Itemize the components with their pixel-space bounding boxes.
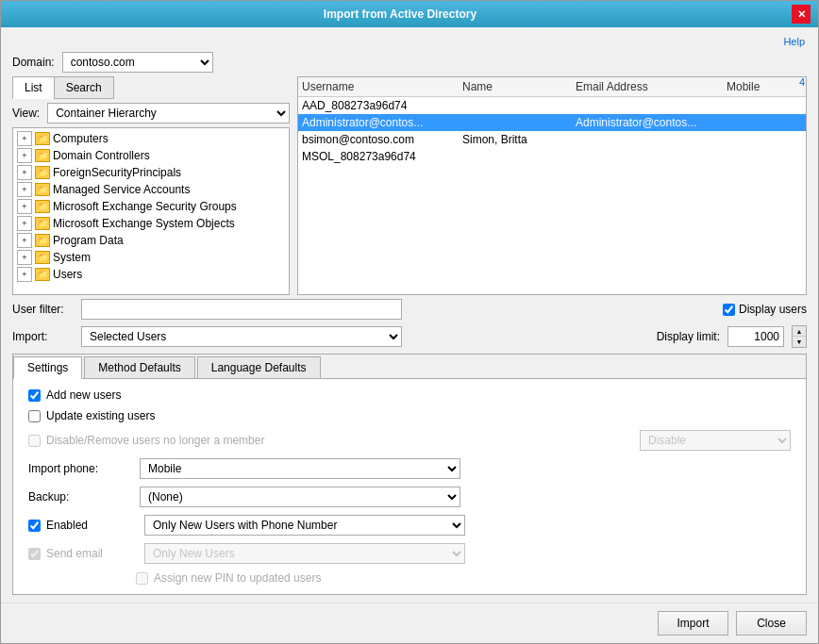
tree-item-msa[interactable]: + 📁 Managed Service Accounts (13, 181, 289, 198)
add-new-users-checkbox[interactable] (28, 389, 41, 402)
user-table-header: Username Name Email Address Mobile (298, 77, 806, 97)
tree-expander-msa[interactable]: + (17, 182, 32, 197)
backup-select[interactable]: (None) (140, 487, 460, 507)
filter-input[interactable] (81, 299, 402, 320)
filter-row: User filter: Display users (12, 299, 807, 320)
user-name-msol (462, 150, 576, 163)
col-mobile: Mobile (727, 80, 802, 93)
dialog: Import from Active Directory ✕ Help Doma… (0, 0, 819, 644)
list-search-tabs: List Search (12, 76, 290, 99)
assign-pin-row: Assign new PIN to updated users (28, 571, 791, 585)
import-row: Import: Selected Users Display limit: ▲ … (12, 325, 807, 348)
content-area: Help Domain: contoso.com List Search Vie… (1, 27, 818, 603)
tree-label-msa: Managed Service Accounts (53, 183, 190, 196)
folder-icon-computers: 📁 (35, 132, 50, 145)
add-new-users-row: Add new users (28, 388, 791, 402)
settings-tab-method[interactable]: Method Defaults (84, 356, 194, 378)
right-panel-wrapper: Username Name Email Address Mobile AAD_8… (297, 76, 807, 295)
tree-expander-users[interactable]: + (17, 267, 32, 282)
update-existing-checkbox[interactable] (28, 410, 41, 422)
close-button[interactable]: Close (736, 611, 807, 636)
tree-expander-meso[interactable]: + (17, 216, 32, 231)
user-table-panel: Username Name Email Address Mobile AAD_8… (297, 76, 807, 295)
user-email-bsimon (576, 133, 727, 146)
folder-icon-fsp: 📁 (35, 166, 50, 179)
user-name-aad (462, 99, 576, 112)
user-row-msol[interactable]: MSOL_808273a96d74 (298, 148, 806, 165)
dialog-title: Import from Active Directory (8, 8, 792, 21)
settings-tab-language[interactable]: Language Defaults (197, 356, 321, 378)
send-email-row: Send email Only New Users (28, 543, 791, 564)
tree-expander-computers[interactable]: + (17, 131, 32, 146)
user-name-admin (462, 116, 576, 129)
folder-icon-meso: 📁 (35, 217, 50, 230)
main-area: List Search View: Container Hierarchy + … (12, 76, 807, 295)
spinner-up[interactable]: ▲ (793, 326, 806, 337)
enabled-label: Enabled (46, 519, 139, 532)
help-link[interactable]: Help (783, 36, 807, 47)
spinner: ▲ ▼ (792, 325, 807, 348)
tree-expander-dc[interactable]: + (17, 148, 32, 163)
user-username-msol: MSOL_808273a96d74 (302, 150, 462, 163)
tree-item-system[interactable]: + 📁 System (13, 249, 289, 266)
user-row-aad[interactable]: AAD_808273a96d74 (298, 97, 806, 114)
help-link-container: Help (12, 35, 807, 48)
tree-label-system: System (53, 251, 91, 264)
user-email-msol (576, 150, 727, 163)
tab-list[interactable]: List (12, 76, 54, 99)
send-email-checkbox (28, 548, 41, 560)
settings-tab-settings[interactable]: Settings (13, 356, 82, 379)
add-new-users-label: Add new users (46, 388, 121, 402)
import-button[interactable]: Import (658, 611, 728, 636)
tree-expander-pd[interactable]: + (17, 233, 32, 248)
display-users-checkbox[interactable] (723, 304, 735, 316)
enabled-select[interactable]: Only New Users with Phone Number (144, 515, 465, 536)
tree-item-pd[interactable]: + 📁 Program Data (13, 232, 289, 249)
import-phone-row: Import phone: Mobile (28, 458, 791, 479)
tree-expander-fsp[interactable]: + (17, 165, 32, 180)
view-select[interactable]: Container Hierarchy (47, 103, 290, 124)
user-row-admin[interactable]: Administrator@contos... Administrator@co… (298, 114, 806, 131)
display-users-label: Display users (739, 303, 807, 316)
disable-remove-select: Disable (640, 430, 791, 451)
tab-search[interactable]: Search (54, 76, 114, 99)
tree-container[interactable]: + 📁 Computers + 📁 Domain Controllers + 📁… (12, 127, 290, 295)
tree-expander-system[interactable]: + (17, 250, 32, 265)
enabled-checkbox[interactable] (28, 520, 41, 532)
user-username-admin: Administrator@contos... (302, 116, 462, 129)
col-name: Name (462, 80, 576, 93)
tree-item-users[interactable]: + 📁 Users (13, 266, 289, 283)
folder-icon-mesg: 📁 (35, 200, 50, 213)
tree-item-dc[interactable]: + 📁 Domain Controllers (13, 147, 289, 164)
assign-pin-label: Assign new PIN to updated users (154, 571, 321, 585)
import-phone-label: Import phone: (28, 462, 132, 475)
close-icon[interactable]: ✕ (792, 5, 811, 24)
import-select[interactable]: Selected Users (81, 326, 402, 347)
tree-item-computers[interactable]: + 📁 Computers (13, 130, 289, 147)
domain-select[interactable]: contoso.com (62, 52, 213, 73)
display-limit-input[interactable] (727, 326, 784, 347)
user-row-bsimon[interactable]: bsimon@contoso.com Simon, Britta (298, 131, 806, 148)
user-table-body: AAD_808273a96d74 Administrator@contos...… (298, 97, 806, 294)
tree-item-fsp[interactable]: + 📁 ForeignSecurityPrincipals (13, 164, 289, 181)
folder-icon-dc: 📁 (35, 149, 50, 162)
enabled-row: Enabled Only New Users with Phone Number (28, 515, 791, 536)
folder-icon-system: 📁 (35, 251, 50, 264)
bottom-section: User filter: Display users Import: Selec… (12, 299, 807, 595)
view-label: View: (12, 107, 40, 120)
title-bar: Import from Active Directory ✕ (1, 1, 818, 27)
display-limit-label: Display limit: (657, 330, 720, 343)
folder-icon-users: 📁 (35, 268, 50, 281)
filter-label: User filter: (12, 303, 74, 316)
tree-expander-mesg[interactable]: + (17, 199, 32, 214)
user-mobile-bsimon (727, 133, 802, 146)
user-mobile-msol (727, 150, 802, 163)
tree-item-mesg[interactable]: + 📁 Microsoft Exchange Security Groups (13, 198, 289, 215)
import-phone-select[interactable]: Mobile (140, 458, 460, 479)
tree-label-mesg: Microsoft Exchange Security Groups (53, 200, 237, 213)
import-label: Import: (12, 330, 74, 343)
page-number: 4 (799, 76, 805, 88)
tree-item-meso[interactable]: + 📁 Microsoft Exchange System Objects (13, 215, 289, 232)
folder-icon-pd: 📁 (35, 234, 50, 247)
spinner-down[interactable]: ▼ (793, 337, 806, 347)
